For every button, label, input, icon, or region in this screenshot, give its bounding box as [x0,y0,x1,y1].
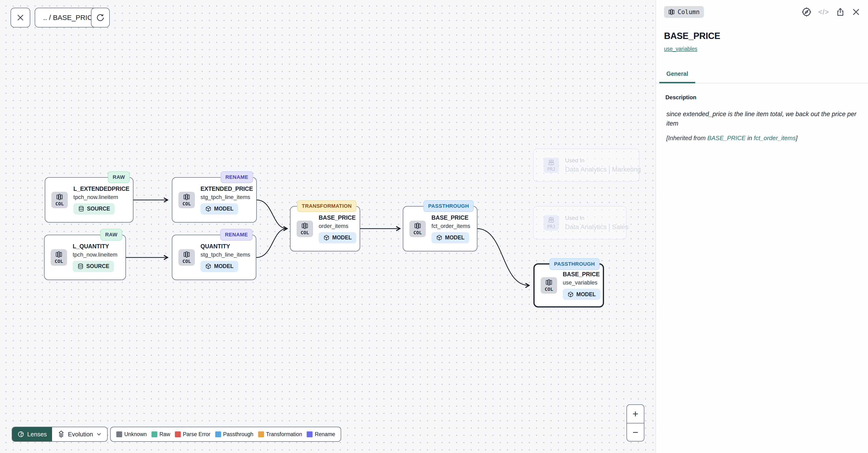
description-heading: Description [665,94,868,101]
legend-item-raw: Raw [152,431,170,437]
column-icon [183,193,190,200]
column-icon [55,251,62,258]
lineage-node-l-extendedprice[interactable]: RAW COL L_EXTENDEDPRICE tpch_now.lineite… [45,177,133,223]
evolution-badge: PASSTHROUGH [549,258,599,270]
tab-general[interactable]: General [659,70,695,83]
node-title: EXTENDED_PRICE [200,186,250,192]
chip-label: COL [545,286,553,292]
explore-compass-button[interactable] [801,7,812,17]
inherited-prefix: [Inherited from [666,135,707,142]
close-panel-button[interactable] [851,7,861,17]
project-icon [548,217,555,223]
lenses-button[interactable]: Lenses [12,427,52,441]
close-graph-button[interactable] [10,8,30,27]
model-link[interactable]: use_variables [664,46,697,52]
cube-icon [205,263,212,270]
legend-label: Transformation [266,431,302,437]
lens-control: Lenses Evolution [12,427,107,442]
column-type-chip: COL [409,221,426,237]
description-body: since extended_price is the line item to… [666,110,857,129]
lens-dropdown[interactable]: Evolution [52,427,107,441]
inherited-model-link[interactable]: fct_order_items [754,135,796,142]
legend-swatch [152,431,157,437]
used-in-label: Used In [565,215,628,221]
column-icon [668,9,675,15]
node-kind-label: MODEL [445,234,464,241]
panel-title: BASE_PRICE [664,31,868,41]
refresh-button[interactable] [91,8,110,27]
evolution-badge: RAW [108,171,130,183]
evolution-badge: RENAME [221,171,253,183]
node-kind-label: MODEL [214,263,234,270]
selected-lens-label: Evolution [68,431,93,438]
close-icon [851,7,861,17]
node-kind-badge: SOURCE [73,261,114,272]
legend-swatch [307,431,313,437]
legend-label: Rename [315,431,335,437]
node-title: BASE_PRICE [431,214,470,221]
lineage-node-quantity[interactable]: RENAME COL QUANTITY stg_tpch_line_items … [172,235,256,280]
legend-swatch [258,431,264,437]
used-in-value: Data Analytics | Marketing [565,166,641,173]
description-inherited: [Inherited from BASE_PRICE in fct_order_… [666,135,868,142]
breadcrumb-label: .. / BASE_PRICE [43,13,97,22]
lineage-node-base-price-use-variables[interactable]: PASSTHROUGH COL BASE_PRICE use_variables… [533,263,604,308]
chevron-down-icon [96,432,101,437]
zoom-in-button[interactable]: + [627,405,644,423]
node-kind-badge: SOURCE [73,203,115,215]
close-icon [16,13,25,22]
share-button[interactable] [836,7,845,17]
lineage-node-extended-price[interactable]: RENAME COL EXTENDED_PRICE stg_tpch_line_… [172,177,257,223]
view-code-button[interactable]: </> [818,8,829,16]
column-icon [301,222,308,229]
zoom-controls: + − [626,404,644,442]
legend-item-passthrough: Passthrough [215,431,253,437]
evolution-badge: RENAME [220,229,252,240]
database-icon [78,263,84,270]
legend-item-rename: Rename [307,431,335,437]
node-subtitle: tpch_now.lineitem [73,194,127,200]
chip-label: COL [55,258,63,264]
column-type-chip: COL [179,249,195,266]
node-title: L_QUANTITY [73,243,118,250]
entity-type-label: Column [678,8,700,16]
legend-label: Unknown [124,431,147,437]
chip-label: COL [301,230,309,235]
compass-icon [801,7,812,17]
node-kind-label: SOURCE [87,206,110,212]
legend-label: Parse Error [183,431,211,437]
legend-item-transformation: Transformation [258,431,302,437]
legend-item-unknown: Unknown [116,431,147,437]
inherited-middle: in [746,135,754,142]
legend-label: Raw [159,431,170,437]
evolution-lens-icon [58,430,65,438]
column-type-chip: COL [51,249,67,266]
column-icon [546,279,552,286]
cube-icon [436,234,442,241]
lineage-node-base-price-order-items[interactable]: TRANSFORMATION COL BASE_PRICE order_item… [290,206,360,251]
zoom-out-button[interactable]: − [627,423,644,441]
project-icon [548,159,555,166]
aperture-icon [17,431,24,438]
column-type-chip: COL [179,192,195,208]
node-subtitle: order_items [319,223,353,229]
lineage-node-base-price-fct-order-items[interactable]: PASSTHROUGH COL BASE_PRICE fct_order_ite… [403,206,477,251]
legend-item-parse-error: Parse Error [175,431,211,437]
node-subtitle: stg_tpch_line_items [200,251,250,258]
column-icon [414,222,421,229]
database-icon [78,206,85,212]
used-in-card-marketing: PRJ Used In Data Analytics | Marketing [533,148,640,182]
entity-type-badge: Column [664,6,704,18]
chip-label: COL [55,201,64,206]
evolution-legend: Unknown Raw Parse Error Passthrough Tran… [110,427,341,442]
chip-label: COL [182,201,191,206]
column-icon [183,251,190,258]
lineage-node-l-quantity[interactable]: RAW COL L_QUANTITY tpch_now.lineitem SOU… [44,235,126,280]
lenses-label: Lenses [27,431,47,438]
node-subtitle: tpch_now.lineitem [73,251,118,258]
node-subtitle: stg_tpch_line_items [200,194,250,200]
inherited-column-link[interactable]: BASE_PRICE [707,135,746,142]
cube-icon [567,291,574,298]
node-kind-badge: MODEL [200,261,238,272]
node-kind-label: MODEL [214,206,234,212]
